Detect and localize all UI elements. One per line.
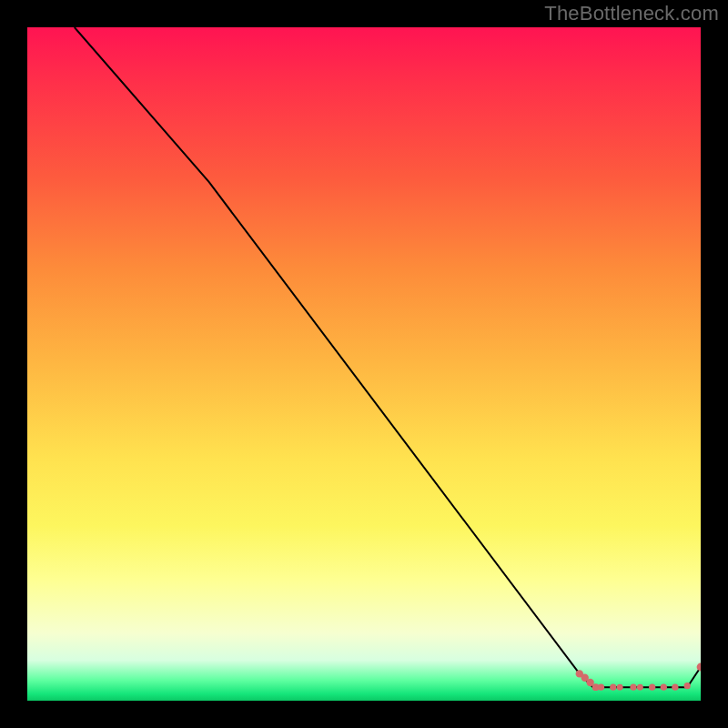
chart-frame: TheBottleneck.com — [0, 0, 728, 728]
marker-point — [697, 663, 701, 672]
plot-area — [27, 27, 701, 701]
marker-point — [672, 684, 678, 691]
marker-point — [598, 684, 604, 691]
watermark-text: TheBottleneck.com — [544, 2, 719, 25]
marker-point — [617, 684, 623, 691]
marker-point — [684, 682, 691, 689]
marker-point — [637, 684, 643, 691]
marker-point — [610, 684, 616, 691]
marker-point — [661, 684, 667, 691]
marker-point — [630, 684, 636, 691]
chart-svg — [27, 27, 701, 701]
curve-path — [75, 27, 701, 687]
marker-point — [649, 684, 655, 691]
bottleneck-curve — [75, 27, 701, 687]
